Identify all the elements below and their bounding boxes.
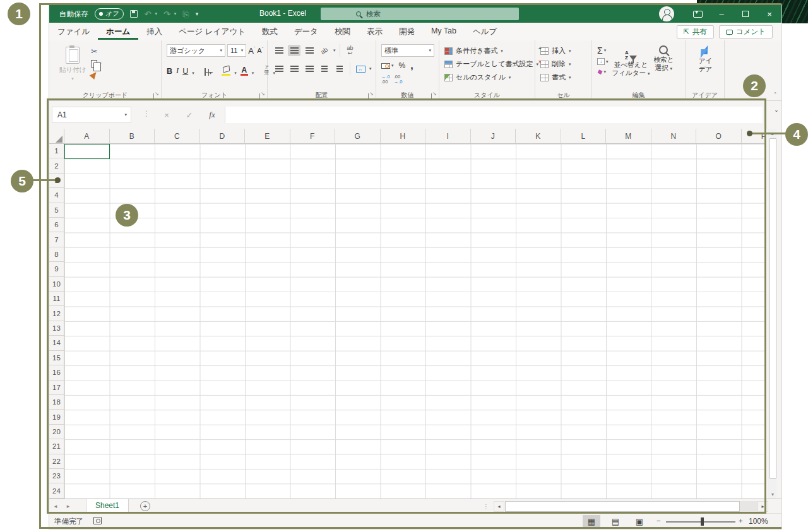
tab-scroll-splitter[interactable]: ⋮: [483, 503, 489, 510]
row-header-21[interactable]: 21: [49, 439, 64, 454]
format-cells-button[interactable]: 書式▾: [540, 71, 588, 84]
tab-表示[interactable]: 表示: [359, 23, 391, 40]
percent-style-button[interactable]: %: [399, 61, 406, 70]
zoom-level[interactable]: 100%: [749, 517, 768, 526]
zoom-out-button[interactable]: −: [656, 517, 661, 524]
scroll-up-arrow[interactable]: ▴: [768, 129, 776, 138]
borders-icon[interactable]: [205, 68, 206, 76]
sheet-nav-right[interactable]: ▸: [62, 503, 74, 509]
horizontal-scroll-thumb[interactable]: [505, 501, 740, 512]
row-header-3[interactable]: 3: [49, 174, 64, 188]
number-dialog-launcher[interactable]: [431, 93, 437, 99]
row-header-6[interactable]: 6: [49, 218, 64, 232]
tab-挿入[interactable]: 挿入: [138, 23, 170, 40]
delete-cells-button[interactable]: × 削除▾: [540, 57, 588, 71]
row-header-11[interactable]: 11: [49, 292, 64, 306]
add-sheet-button[interactable]: +: [140, 501, 150, 511]
format-as-table-button[interactable]: テーブルとして書式設定▾: [444, 57, 531, 71]
column-header-L[interactable]: L: [561, 129, 607, 143]
insert-function-button[interactable]: fx: [203, 107, 221, 123]
column-header-N[interactable]: N: [651, 129, 697, 143]
maximize-button[interactable]: [734, 5, 758, 23]
conditional-formatting-button[interactable]: 条件付き書式▾: [444, 44, 531, 57]
tab-データ[interactable]: データ: [286, 23, 326, 40]
row-header-7[interactable]: 7: [49, 232, 64, 247]
page-layout-view-button[interactable]: ▤: [607, 515, 624, 528]
font-dialog-launcher[interactable]: [259, 93, 265, 99]
number-format-combo[interactable]: 標準▾: [381, 44, 434, 57]
find-select-button[interactable]: 検索と 選択 ▾: [653, 44, 674, 91]
normal-view-button[interactable]: ▦: [583, 515, 600, 528]
cancel-entry-button[interactable]: ×: [158, 107, 175, 123]
minimize-button[interactable]: –: [710, 5, 734, 23]
column-header-M[interactable]: M: [606, 129, 651, 143]
align-bottom-button[interactable]: [303, 45, 316, 56]
format-painter-button[interactable]: [91, 71, 102, 78]
account-avatar[interactable]: [659, 6, 674, 21]
row-header-17[interactable]: 17: [49, 381, 64, 395]
ideas-button[interactable]: アイ デア: [691, 44, 720, 73]
scroll-down-arrow[interactable]: ▾: [768, 490, 777, 499]
column-header-C[interactable]: C: [155, 129, 200, 143]
comma-style-button[interactable]: ,: [410, 62, 413, 69]
column-header-J[interactable]: J: [471, 129, 516, 143]
column-header-G[interactable]: G: [335, 129, 381, 143]
autosum-button[interactable]: Σ▾: [597, 45, 609, 56]
paste-button[interactable]: 貼り付け ▾: [54, 44, 91, 91]
zoom-slider-handle[interactable]: [701, 517, 704, 526]
row-header-9[interactable]: 9: [49, 262, 64, 276]
fill-color-button[interactable]: [222, 66, 230, 76]
row-header-20[interactable]: 20: [49, 425, 64, 439]
cut-button[interactable]: ✂: [91, 47, 102, 56]
column-header-K[interactable]: K: [516, 129, 561, 143]
share-button[interactable]: ⇱ 共有: [677, 25, 714, 38]
align-middle-button[interactable]: [288, 45, 300, 56]
decrease-font-button[interactable]: Aˇ: [257, 47, 263, 54]
tab-ファイル[interactable]: ファイル: [49, 23, 98, 40]
autosave-toggle[interactable]: オフ: [95, 8, 124, 20]
fill-button[interactable]: ↓▾: [597, 58, 609, 65]
row-header-19[interactable]: 19: [49, 410, 64, 424]
tab-ヘルプ[interactable]: ヘルプ: [465, 23, 505, 40]
orientation-button[interactable]: ab: [318, 45, 331, 56]
font-size-combo[interactable]: 11▾: [227, 44, 246, 57]
merge-center-button[interactable]: ↔: [354, 63, 367, 74]
customize-quick-access-icon[interactable]: ▾: [196, 11, 199, 17]
worksheet-cells[interactable]: [64, 144, 765, 499]
alignment-dialog-launcher[interactable]: [368, 93, 374, 99]
tab-校閲[interactable]: 校閲: [326, 23, 359, 40]
row-header-8[interactable]: 8: [49, 247, 64, 262]
decrease-indent-button[interactable]: [318, 63, 331, 74]
tab-ページ レイアウト[interactable]: ページ レイアウト: [170, 23, 254, 40]
sort-filter-button[interactable]: AZ 並べ替えと フィルター ▾: [612, 44, 650, 91]
tab-数式[interactable]: 数式: [254, 23, 286, 40]
cell-styles-button[interactable]: セルのスタイル▾: [444, 71, 531, 84]
column-header-O[interactable]: O: [696, 129, 742, 143]
font-color-button[interactable]: A: [241, 66, 248, 76]
column-header-B[interactable]: B: [110, 129, 155, 143]
macro-record-icon[interactable]: [93, 517, 102, 524]
clipboard-dialog-launcher[interactable]: [153, 93, 159, 99]
column-header-E[interactable]: E: [245, 129, 290, 143]
row-header-16[interactable]: 16: [49, 365, 64, 380]
increase-indent-button[interactable]: [333, 63, 346, 74]
ribbon-display-options-button[interactable]: [686, 5, 710, 23]
vertical-scrollbar[interactable]: ▴ ▾: [768, 129, 776, 499]
row-header-10[interactable]: 10: [49, 277, 64, 292]
expand-formula-bar-chevron[interactable]: ˇ: [775, 110, 778, 119]
insert-cells-button[interactable]: + 挿入▾: [540, 44, 588, 57]
row-header-1[interactable]: 1: [49, 144, 64, 158]
row-header-12[interactable]: 12: [49, 306, 64, 321]
sheet-tab-sheet1[interactable]: Sheet1: [86, 499, 129, 514]
page-break-view-button[interactable]: ▣: [631, 515, 648, 528]
row-header-15[interactable]: 15: [49, 351, 64, 365]
align-left-button[interactable]: [273, 63, 285, 74]
formula-input[interactable]: [225, 107, 763, 123]
name-box[interactable]: A1 ▾: [52, 107, 131, 123]
italic-button[interactable]: I: [176, 66, 179, 76]
hscroll-left-arrow[interactable]: ◂: [494, 501, 504, 512]
column-header-H[interactable]: H: [381, 129, 426, 143]
hscroll-right-arrow[interactable]: ▸: [758, 501, 768, 512]
tab-開発[interactable]: 開発: [391, 23, 423, 40]
zoom-in-button[interactable]: +: [739, 517, 743, 524]
